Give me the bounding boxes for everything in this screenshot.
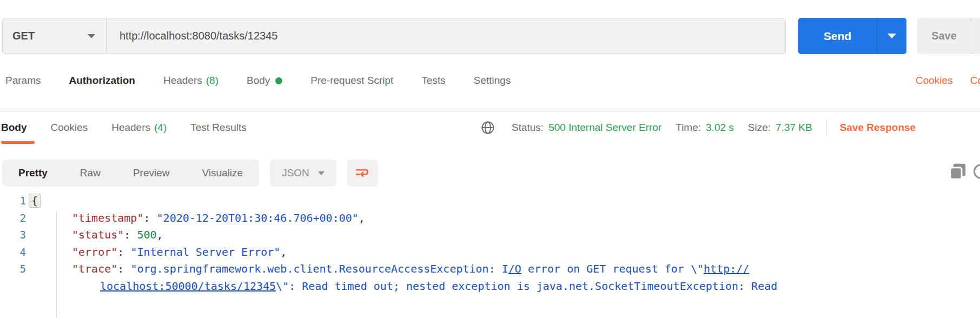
code-line-content: { bbox=[30, 193, 41, 210]
wrap-text-button[interactable] bbox=[347, 160, 378, 187]
search-icon[interactable] bbox=[974, 164, 980, 179]
chevron-down-icon bbox=[88, 34, 95, 38]
code-link[interactable]: Code bbox=[970, 75, 980, 87]
tab-preview[interactable]: Preview bbox=[133, 167, 170, 179]
divider bbox=[826, 120, 827, 135]
tab-label: Authorization bbox=[69, 75, 135, 87]
code-lines: 1{2"timestamp": "2020-12-20T01:30:46.706… bbox=[0, 193, 980, 295]
tab-label: Raw bbox=[80, 167, 101, 178]
save-button[interactable]: Save bbox=[917, 18, 980, 54]
save-options-button[interactable] bbox=[971, 18, 980, 54]
tab-body[interactable]: Body bbox=[233, 75, 296, 87]
tab-count-badge: (4) bbox=[154, 122, 167, 134]
code-token: "error" bbox=[72, 246, 117, 259]
tab-test-results[interactable]: Test Results bbox=[178, 111, 258, 144]
tab-label: Pre-request Script bbox=[310, 75, 393, 87]
method-select[interactable]: GET bbox=[3, 18, 107, 54]
request-url-row: GET http://localhost:8080/tasks/12345 Se… bbox=[2, 18, 980, 54]
tab-label: Body bbox=[1, 122, 27, 134]
code-token: { bbox=[29, 194, 41, 208]
tab-headers[interactable]: Headers(4) bbox=[100, 111, 178, 144]
indent-guide bbox=[56, 211, 57, 318]
send-button[interactable]: Send bbox=[798, 18, 906, 54]
save-button-label: Save bbox=[917, 18, 971, 54]
line-number[interactable] bbox=[0, 278, 30, 295]
line-number[interactable]: 1 bbox=[0, 193, 30, 210]
code-token: : bbox=[143, 211, 156, 224]
size-value: 7.37 KB bbox=[776, 122, 812, 134]
green-dot-indicator bbox=[275, 77, 282, 84]
tab-pretty[interactable]: Pretty bbox=[18, 167, 48, 179]
code-token: "org.springframework.web.client.Resource… bbox=[130, 262, 508, 275]
tab-label: Headers bbox=[163, 75, 202, 87]
code-token: "status" bbox=[72, 228, 124, 241]
code-token: error on GET request for \" bbox=[521, 262, 704, 275]
code-token: "Internal Server Error" bbox=[130, 246, 280, 259]
cookies-link[interactable]: Cookies bbox=[916, 75, 953, 87]
code-line-content: "status": 500, bbox=[30, 227, 163, 244]
response-meta: Status: 500 Internal Server Error Time: … bbox=[480, 111, 916, 144]
tab-label: Tests bbox=[421, 75, 445, 87]
response-header: BodyCookiesHeaders(4)Test Results Status… bbox=[0, 111, 980, 144]
time-label: Time: bbox=[676, 122, 701, 134]
size-label: Size: bbox=[748, 122, 771, 134]
line-number[interactable]: 2 bbox=[0, 210, 30, 227]
code-line: 2"timestamp": "2020-12-20T01:30:46.706+0… bbox=[0, 210, 980, 227]
code-token: , bbox=[280, 246, 287, 259]
tab-label: Test Results bbox=[190, 122, 246, 134]
code-link[interactable]: localhost:50000/tasks/12345 bbox=[100, 280, 276, 293]
tab-label: Cookies bbox=[51, 122, 88, 134]
code-line-content: "trace": "org.springframework.web.client… bbox=[30, 261, 749, 278]
code-link[interactable]: /O bbox=[508, 262, 521, 275]
url-bar: GET http://localhost:8080/tasks/12345 bbox=[2, 18, 786, 54]
tab-body[interactable]: Body bbox=[1, 111, 39, 144]
status-label: Status: bbox=[512, 122, 544, 134]
code-token: , bbox=[359, 211, 365, 224]
tab-tests[interactable]: Tests bbox=[407, 75, 459, 87]
tab-settings[interactable]: Settings bbox=[460, 75, 525, 87]
status-value: 500 Internal Server Error bbox=[548, 122, 661, 134]
code-line: 4"error": "Internal Server Error", bbox=[0, 244, 980, 261]
save-response-button[interactable]: Save Response bbox=[840, 122, 916, 134]
tab-label: Params bbox=[5, 75, 41, 87]
code-token: : bbox=[117, 262, 130, 275]
tab-label: Pretty bbox=[18, 167, 48, 178]
code-line-content: localhost:50000/tasks/12345\": Read time… bbox=[30, 278, 777, 295]
tab-label: Preview bbox=[133, 167, 170, 178]
code-token: "2020-12-20T01:30:46.706+00:00" bbox=[157, 211, 359, 224]
request-links: Cookies Code bbox=[916, 64, 980, 97]
tab-label: Visualize bbox=[202, 167, 243, 178]
request-tabs: ParamsAuthorizationHeaders(8)BodyPre-req… bbox=[5, 64, 525, 97]
chevron-down-icon bbox=[888, 34, 896, 38]
code-token: : bbox=[117, 246, 130, 259]
response-body-viewer[interactable]: 1{2"timestamp": "2020-12-20T01:30:46.706… bbox=[0, 189, 980, 318]
tab-pre-request-script[interactable]: Pre-request Script bbox=[296, 75, 407, 87]
format-select[interactable]: JSON bbox=[270, 160, 336, 187]
globe-icon[interactable] bbox=[480, 120, 495, 135]
send-options-button[interactable] bbox=[877, 18, 906, 54]
tab-authorization[interactable]: Authorization bbox=[55, 75, 149, 87]
rest-client-window: GET http://localhost:8080/tasks/12345 Se… bbox=[0, 0, 980, 318]
wrap-text-icon bbox=[355, 165, 370, 181]
code-token: "trace" bbox=[72, 262, 117, 275]
tab-cookies[interactable]: Cookies bbox=[39, 111, 100, 144]
code-link[interactable]: http:// bbox=[704, 262, 749, 275]
code-token: 500 bbox=[137, 228, 156, 241]
tab-label: Body bbox=[247, 75, 270, 87]
code-line: 5"trace": "org.springframework.web.clien… bbox=[0, 261, 980, 278]
tab-headers[interactable]: Headers(8) bbox=[149, 75, 233, 87]
copy-button[interactable] bbox=[948, 162, 968, 182]
view-mode-group: PrettyRawPreviewVisualize bbox=[2, 160, 259, 187]
line-number[interactable]: 4 bbox=[0, 244, 30, 261]
tab-raw[interactable]: Raw bbox=[80, 167, 101, 179]
time-value: 3.02 s bbox=[706, 122, 734, 134]
code-token: : bbox=[124, 228, 137, 241]
line-number[interactable]: 5 bbox=[0, 261, 30, 278]
tab-count-badge: (8) bbox=[206, 75, 218, 87]
copy-icon bbox=[949, 162, 967, 181]
url-input[interactable]: http://localhost:8080/tasks/12345 bbox=[107, 18, 785, 54]
code-token: \": Read timed out; nested exception is … bbox=[276, 280, 777, 293]
tab-visualize[interactable]: Visualize bbox=[202, 167, 243, 179]
tab-params[interactable]: Params bbox=[5, 75, 55, 87]
line-number[interactable]: 3 bbox=[0, 227, 30, 244]
